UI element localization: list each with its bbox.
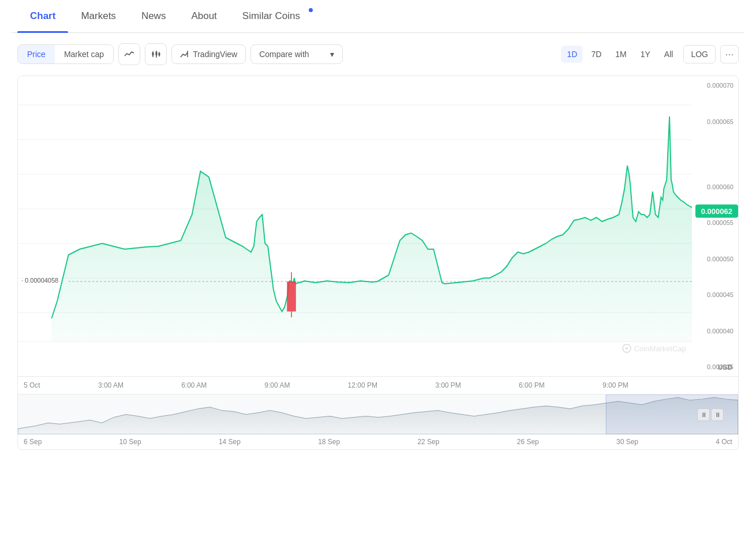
x-label-2: 3:00 AM	[98, 381, 123, 389]
x-bottom-label-8: 4 Oct	[716, 438, 732, 446]
market-cap-button[interactable]: Market cap	[55, 45, 113, 63]
y-label-4: 0.000060	[697, 183, 733, 190]
y-label-5: 0.000055	[697, 219, 733, 226]
tab-bar: Chart Markets News About Similar Coins	[12, 0, 744, 33]
x-bottom-label-1: 6 Sep	[24, 438, 42, 446]
svg-rect-3	[156, 52, 158, 55]
time-1d-button[interactable]: 1D	[561, 46, 583, 63]
mini-chart-controls: ⏸ ⏸	[697, 408, 724, 421]
x-label-9	[686, 381, 732, 389]
usd-label: USD	[718, 363, 732, 371]
play-button[interactable]: ⏸	[711, 408, 724, 421]
compare-with-button[interactable]: Compare with ▾	[250, 44, 343, 64]
current-price-badge: 0.000062	[695, 205, 738, 218]
x-bottom-label-2: 10 Sep	[119, 438, 141, 446]
y-axis: 0.000070 0.000065 0.000060 0.000055 0.00…	[692, 76, 738, 376]
x-label-8: 9:00 PM	[602, 381, 628, 389]
line-chart-icon[interactable]	[118, 43, 140, 65]
x-bottom-label-4: 18 Sep	[318, 438, 340, 446]
y-label-2: 0.000065	[697, 118, 733, 125]
chart-area: 0.000070 0.000065 0.000060 0.000055 0.00…	[17, 76, 739, 450]
y-label-7: 0.000045	[697, 291, 733, 298]
x-label-5: 12:00 PM	[348, 381, 377, 389]
x-bottom-label-5: 22 Sep	[417, 438, 439, 446]
svg-rect-16	[287, 281, 296, 311]
x-label-6: 3:00 PM	[435, 381, 461, 389]
tab-about[interactable]: About	[178, 0, 229, 32]
svg-rect-5	[159, 53, 160, 55]
tab-similar-coins[interactable]: Similar Coins	[230, 0, 313, 32]
compare-with-label: Compare with	[259, 50, 309, 59]
chevron-down-icon: ▾	[330, 50, 334, 59]
trading-view-button[interactable]: TradingView	[171, 44, 246, 64]
time-1y-button[interactable]: 1Y	[635, 46, 656, 63]
x-label-7: 6:00 PM	[519, 381, 545, 389]
y-label-6: 0.000050	[697, 256, 733, 262]
open-price-label: · 0.00004058	[21, 277, 58, 284]
price-button[interactable]: Price	[18, 45, 55, 63]
watermark-text: CoinMarketCap	[634, 344, 686, 353]
price-marketcap-toggle: Price Market cap	[17, 44, 114, 64]
time-range-group: 1D 7D 1M 1Y All	[561, 46, 679, 63]
chart-main: 0.000070 0.000065 0.000060 0.000055 0.00…	[18, 76, 738, 376]
y-label-8: 0.000040	[697, 328, 733, 335]
trading-view-label: TradingView	[193, 50, 237, 59]
x-label-1: 5 Oct	[24, 381, 40, 389]
tab-chart[interactable]: Chart	[17, 0, 68, 32]
chart-toolbar: Price Market cap TradingView	[12, 33, 744, 76]
tab-news[interactable]: News	[129, 0, 179, 32]
svg-rect-1	[152, 52, 154, 55]
log-button[interactable]: LOG	[683, 45, 716, 63]
x-bottom-label-6: 26 Sep	[517, 438, 539, 446]
time-all-button[interactable]: All	[658, 46, 679, 63]
x-bottom-label-7: 30 Sep	[616, 438, 638, 446]
mini-chart: ⏸ ⏸	[18, 394, 738, 434]
y-label-1: 0.000070	[697, 82, 733, 89]
x-axis-bottom: 6 Sep 10 Sep 14 Sep 18 Sep 22 Sep 26 Sep…	[18, 434, 738, 449]
x-bottom-label-3: 14 Sep	[219, 438, 241, 446]
time-7d-button[interactable]: 7D	[585, 46, 607, 63]
x-label-4: 9:00 AM	[264, 381, 290, 389]
time-1m-button[interactable]: 1M	[609, 46, 632, 63]
pause-button[interactable]: ⏸	[697, 408, 710, 421]
x-label-3: 6:00 AM	[181, 381, 207, 389]
tab-markets[interactable]: Markets	[68, 0, 128, 32]
x-axis: 5 Oct 3:00 AM 6:00 AM 9:00 AM 12:00 PM 3…	[18, 376, 738, 394]
candlestick-icon[interactable]	[145, 43, 167, 65]
chart-svg-container	[18, 76, 692, 376]
watermark: CoinMarketCap	[622, 344, 686, 353]
more-options-button[interactable]: ···	[720, 45, 739, 63]
